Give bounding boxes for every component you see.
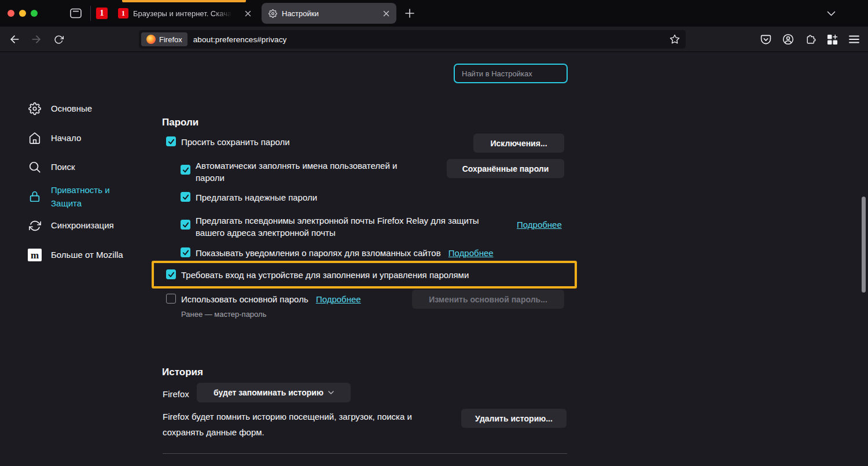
sidebar-item-more-from-mozilla[interactable]: m Больше от Mozilla: [28, 248, 133, 262]
saved-passwords-button[interactable]: Сохранённые пароли: [447, 159, 564, 178]
sidebar-toggle-icon[interactable]: [69, 7, 83, 20]
new-tab-button[interactable]: [403, 7, 416, 20]
history-section-title: История: [162, 367, 203, 378]
home-icon: [28, 131, 42, 145]
tab-bar: 1 1 Браузеры и интернет. Скачать Настрой…: [0, 0, 868, 27]
lock-icon: [28, 190, 42, 204]
mozilla-icon: m: [28, 248, 42, 262]
sidebar-item-sync[interactable]: Синхронизация: [28, 219, 133, 232]
sidebar-item-label: Синхронизация: [51, 219, 133, 232]
pocket-icon[interactable]: [759, 33, 772, 46]
gear-icon: [269, 9, 277, 18]
channel-one-favicon: 1: [96, 8, 108, 19]
tab-settings[interactable]: Настройки: [262, 3, 396, 24]
sidebar-item-label: Больше от Mozilla: [51, 248, 133, 261]
sidebar-item-home[interactable]: Начало: [28, 131, 133, 145]
navigation-toolbar: Firefox about:preferences#privacy: [0, 27, 868, 52]
checkbox-firefox-relay-aliases[interactable]: [181, 220, 190, 230]
checkbox-label: Предлагать надежные пароли: [196, 191, 317, 204]
search-icon: [28, 160, 42, 174]
sidebar-item-label: Начало: [51, 131, 133, 145]
tab-title: Настройки: [282, 9, 319, 18]
tab-bar-divider: [90, 6, 91, 21]
firefox-window: 1 1 Браузеры и интернет. Скачать Настрой…: [0, 0, 868, 466]
tab-title: Браузеры и интернет. Скачать: [133, 9, 233, 18]
url-text[interactable]: about:preferences#privacy: [193, 35, 287, 44]
sidebar-item-label: Приватность и Защита: [51, 183, 133, 210]
checkbox-label: Показывать уведомления о паролях для взл…: [196, 247, 494, 259]
preferences-page: Основные Начало Поиск Приватность и Защи…: [0, 52, 868, 466]
channel-one-favicon: 1: [118, 8, 128, 19]
firefox-label: Firefox: [163, 388, 189, 400]
checkbox-label: Предлагать псевдонимы электронной почты …: [196, 214, 508, 239]
sidebar-item-search[interactable]: Поиск: [28, 160, 133, 174]
back-icon[interactable]: [8, 33, 21, 46]
checkbox-label: Автоматически заполнять имена пользовате…: [196, 160, 418, 184]
settings-search-input[interactable]: [455, 69, 567, 78]
history-mode-dropdown[interactable]: будет запоминать историю: [197, 383, 351, 402]
list-all-tabs-chevron-icon[interactable]: [824, 8, 838, 19]
primary-password-caption: Ранее — мастер-пароль: [181, 310, 266, 319]
close-tab-icon[interactable]: [383, 10, 389, 17]
tab-browsers-article[interactable]: 1 Браузеры и интернет. Скачать: [115, 3, 255, 23]
checkbox-suggest-strong-passwords[interactable]: [181, 192, 190, 202]
checkbox-use-primary-password[interactable]: [166, 294, 176, 304]
checkbox-label-text: Показывать уведомления о паролях для взл…: [196, 248, 441, 258]
url-bar[interactable]: Firefox about:preferences#privacy: [139, 30, 686, 49]
passwords-section-title: Пароли: [162, 117, 198, 128]
history-description: Firefox будет помнить историю посещений,…: [163, 409, 455, 440]
sidebar-item-privacy[interactable]: Приватность и Защита: [28, 183, 133, 210]
sync-icon: [28, 219, 42, 232]
checkbox-autofill-logins[interactable]: [181, 165, 190, 175]
site-chip-label: Firefox: [159, 35, 182, 44]
checkbox-label: Требовать вход на устройстве для заполне…: [181, 269, 469, 281]
checkbox-breach-alerts[interactable]: [181, 247, 190, 257]
site-identity-chip[interactable]: Firefox: [141, 32, 187, 46]
close-tab-icon[interactable]: [245, 10, 251, 17]
minimize-window-button[interactable]: [19, 10, 26, 17]
extensions-puzzle-icon[interactable]: [804, 33, 816, 46]
reload-icon[interactable]: [52, 33, 65, 46]
checkbox-label-text: Использовать основной пароль: [181, 294, 308, 304]
breach-learn-more-link[interactable]: Подробнее: [448, 248, 494, 258]
section-divider: [163, 453, 567, 454]
primary-password-learn-more-link[interactable]: Подробнее: [316, 294, 361, 304]
account-icon[interactable]: [782, 33, 795, 46]
sidebar-item-label: Поиск: [51, 160, 133, 173]
forward-icon[interactable]: [30, 33, 43, 46]
sidebar-item-label: Основные: [51, 102, 133, 115]
exceptions-button[interactable]: Исключения...: [473, 134, 564, 153]
change-primary-password-button[interactable]: Изменить основной пароль...: [412, 290, 564, 309]
menu-hamburger-icon[interactable]: [848, 33, 860, 46]
settings-search-box[interactable]: [454, 64, 568, 83]
scrollbar-thumb[interactable]: [862, 197, 866, 293]
checkbox-require-device-sign-in[interactable]: [166, 269, 176, 279]
container-tab-indicator: [122, 0, 246, 2]
firefox-logo-icon: [146, 35, 156, 44]
checkbox-ask-to-save-passwords[interactable]: [166, 136, 176, 146]
clear-history-button[interactable]: Удалить историю...: [461, 409, 567, 428]
gear-icon: [28, 102, 42, 116]
close-window-button[interactable]: [8, 10, 14, 17]
relay-learn-more-link[interactable]: Подробнее: [517, 220, 562, 230]
bookmark-star-icon[interactable]: [670, 34, 680, 45]
sidebar-item-general[interactable]: Основные: [28, 102, 133, 116]
checkbox-label: Использовать основной пароль Подробнее: [181, 293, 361, 305]
pinned-tab[interactable]: 1: [96, 8, 108, 19]
shortcuts-grid-icon[interactable]: [826, 33, 838, 46]
dropdown-value: будет запоминать историю: [214, 388, 323, 397]
chevron-down-icon: [328, 391, 334, 394]
maximize-window-button[interactable]: [31, 10, 38, 17]
checkbox-label: Просить сохранить пароли: [181, 136, 290, 148]
